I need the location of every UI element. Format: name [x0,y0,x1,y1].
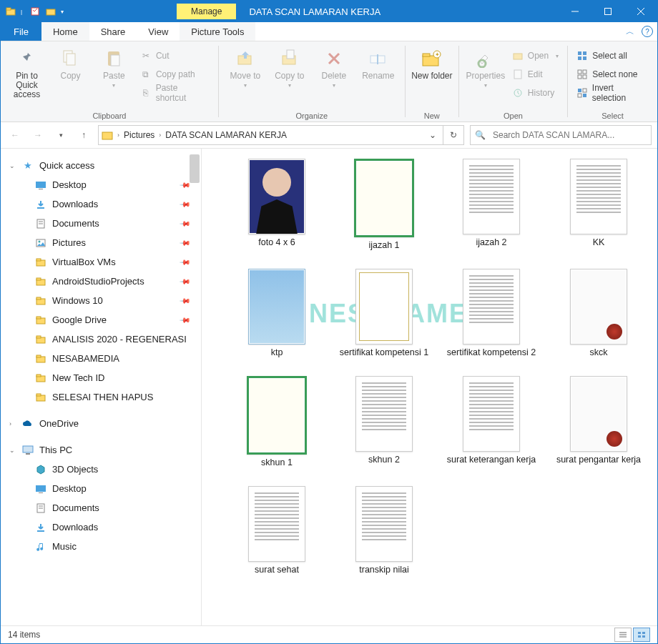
rename-button[interactable]: Rename [356,44,401,110]
chevron-right-icon[interactable]: › [157,132,162,139]
file-item[interactable]: foto 4 x 6 [223,159,330,262]
sidebar-item[interactable]: New Tech ID [1,368,201,387]
file-item[interactable]: skck [545,269,652,369]
pin-icon [15,47,38,70]
select-all-button[interactable]: Select all [572,47,653,64]
svg-rect-53 [36,317,41,319]
sidebar-item[interactable]: Google Drive📌 [1,310,201,330]
pin-icon: 📌 [180,256,191,267]
view-tab[interactable]: View [137,22,180,41]
sidebar-item[interactable]: 3D Objects [1,460,201,479]
svg-rect-61 [36,394,41,396]
close-button[interactable] [624,1,657,22]
search-box[interactable]: 🔍 [470,125,652,145]
qat-dropdown[interactable]: ▾ [61,9,67,15]
picture-tools-tab[interactable]: Picture Tools [180,22,255,41]
home-tab[interactable]: Home [41,22,89,41]
file-item[interactable]: skhun 1 [223,376,330,479]
share-tab[interactable]: Share [89,22,137,41]
file-item[interactable]: KK [545,159,652,262]
breadcrumb-current[interactable]: DATA SCAN LAMARAN KERJA [165,130,287,140]
copy-to-button[interactable]: Copy to▾ [267,44,312,110]
thumbnails-view-button[interactable] [633,628,650,642]
properties-label: Properties [466,71,505,81]
svg-rect-2 [31,8,39,15]
file-item[interactable]: ijazah 1 [330,159,438,262]
select-none-button[interactable]: Select none [572,66,653,83]
file-item[interactable]: surat keterangan kerja [438,376,545,479]
breadcrumb-pictures[interactable]: Pictures [124,130,154,140]
onedrive-root[interactable]: ›OneDrive [1,414,201,433]
svg-point-45 [39,240,41,242]
sidebar-item[interactable]: VirtualBox VMs📌 [1,252,201,272]
file-item[interactable]: ktp [223,269,330,369]
edit-button[interactable]: Edit [508,66,563,83]
copy-button[interactable]: Copy [49,44,92,110]
svg-rect-18 [423,54,430,56]
sidebar-item[interactable]: Downloads📌 [1,194,201,214]
contextual-tab-label[interactable]: Manage [177,4,236,19]
paste-shortcut-button[interactable]: ⎘Paste shortcut [136,84,214,101]
properties-qat-icon[interactable] [29,6,41,17]
sidebar-item[interactable]: Pictures📌 [1,233,201,252]
sidebar-item[interactable]: Desktop📌 [1,175,201,194]
open-button[interactable]: Open▾ [508,47,563,64]
scrollbar-thumb[interactable] [190,154,200,183]
file-item[interactable]: surat sehat [223,486,330,586]
search-input[interactable] [491,129,647,141]
details-view-button[interactable] [614,628,632,642]
ribbon-collapse-icon[interactable]: ︿ [626,26,634,38]
address-dropdown-icon[interactable]: ⌄ [426,130,440,140]
forward-button[interactable]: → [29,127,46,144]
help-icon[interactable]: ? [642,26,653,37]
refresh-button[interactable]: ↻ [443,125,464,145]
navigation-pane[interactable]: ⌄★Quick access Desktop📌Downloads📌Documen… [1,149,202,625]
file-item[interactable]: skhun 2 [330,376,438,479]
new-group-label: New [410,110,454,120]
recent-locations-button[interactable]: ▾ [52,127,69,144]
copy-path-button[interactable]: ⧉Copy path [136,66,214,83]
sidebar-item[interactable]: Music [1,537,201,556]
sidebar-item[interactable]: NESABAMEDIA [1,349,201,368]
folder-icon [35,218,46,229]
file-item[interactable]: ijazah 2 [438,159,545,262]
back-button[interactable]: ← [6,127,24,144]
paste-button[interactable]: Paste ▾ [92,44,136,110]
up-button[interactable]: ↑ [75,127,92,144]
file-item[interactable]: sertifikat kompetensi 1 [330,269,438,369]
pin-to-quick-access-button[interactable]: Pin to Quick access [5,44,49,110]
file-name: skhun 1 [258,455,295,479]
delete-button[interactable]: Delete▾ [312,44,356,110]
sidebar-item[interactable]: Downloads [1,517,201,537]
file-item[interactable]: surat pengantar kerja [545,376,652,479]
maximize-button[interactable] [591,1,624,22]
sidebar-item[interactable]: Documents [1,498,201,517]
file-tab[interactable]: File [1,22,41,41]
newfolder-qat-icon[interactable] [45,6,57,17]
this-pc-root[interactable]: ⌄This PC [1,440,201,460]
sidebar-item[interactable]: SELESAI THEN HAPUS [1,387,201,407]
file-item[interactable]: sertifikat kompetensi 2 [438,269,545,369]
select-none-icon [576,69,588,80]
invert-selection-button[interactable]: Invert selection [572,84,653,101]
cut-button[interactable]: ✂Cut [136,47,214,64]
file-list-pane[interactable]: NESABAMEDIA foto 4 x 6ijazah 1ijazah 2KK… [202,149,657,625]
sidebar-item[interactable]: AndroidStudioProjects📌 [1,272,201,291]
new-folder-button[interactable]: ✦ New folder [410,44,454,110]
properties-button[interactable]: Properties▾ [463,44,508,110]
minimize-button[interactable] [559,1,591,22]
chevron-right-icon[interactable]: › [116,132,121,139]
move-to-button[interactable]: Move to▾ [223,44,267,110]
history-button[interactable]: History [508,84,563,101]
sidebar-item[interactable]: Documents📌 [1,214,201,233]
sidebar-item[interactable]: ANALISIS 2020 - REGENERASI [1,330,201,349]
sidebar-item-label: Downloads [52,522,98,532]
file-item[interactable]: transkip nilai [330,486,438,586]
pin-icon: 📌 [180,198,191,209]
address-bar[interactable]: › Pictures › DATA SCAN LAMARAN KERJA ⌄ [98,125,443,145]
sidebar-item[interactable]: Windows 10📌 [1,291,201,310]
sidebar-item-label: Music [52,541,77,552]
sidebar-item-label: VirtualBox VMs [52,257,116,267]
quick-access-root[interactable]: ⌄★Quick access [1,156,201,175]
sidebar-item[interactable]: Desktop [1,479,201,498]
